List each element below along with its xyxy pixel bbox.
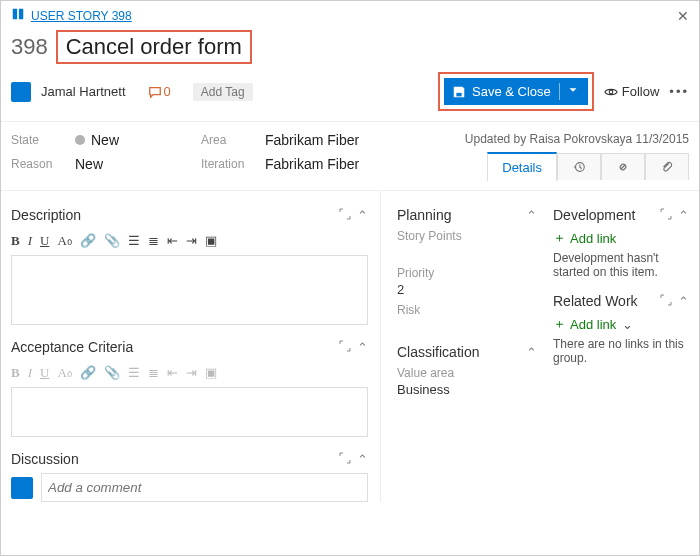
eye-icon (604, 85, 618, 99)
work-item-id: 398 (11, 34, 48, 60)
area-label: Area (201, 133, 253, 147)
link-icon[interactable]: 🔗 (80, 365, 96, 381)
breadcrumb[interactable]: USER STORY 398 (31, 9, 132, 23)
attach-icon (660, 160, 674, 174)
description-title: Description (11, 207, 81, 223)
story-points-field[interactable] (397, 245, 537, 260)
image-icon[interactable]: ▣ (205, 233, 217, 249)
description-editor[interactable] (11, 255, 368, 325)
number-list-icon[interactable]: ≣ (148, 233, 159, 249)
chevron-up-icon[interactable]: ⌃ (526, 345, 537, 360)
description-toolbar[interactable]: B I U A₀ 🔗 📎 ☰ ≣ ⇤ ⇥ ▣ (11, 229, 368, 253)
svg-rect-0 (13, 9, 17, 20)
bullet-list-icon[interactable]: ☰ (128, 365, 140, 381)
link-icon[interactable]: 🔗 (80, 233, 96, 249)
risk-field[interactable] (397, 319, 537, 334)
save-and-close-button[interactable]: Save & Close (444, 78, 588, 105)
history-icon (572, 160, 586, 174)
bold-icon[interactable]: B (11, 365, 20, 381)
assignee[interactable]: Jamal Hartnett (41, 84, 126, 99)
svg-rect-2 (456, 92, 461, 96)
outdent-icon[interactable]: ⇤ (167, 365, 178, 381)
chevron-up-icon[interactable]: ⌃ (526, 208, 537, 223)
avatar (11, 82, 31, 102)
state-label: State (11, 133, 63, 147)
add-related-link[interactable]: ＋Add link⌄ (553, 315, 689, 333)
tab-history[interactable] (557, 153, 601, 180)
chevron-down-icon: ⌄ (622, 317, 633, 332)
expand-icon[interactable] (339, 340, 351, 355)
chevron-up-icon[interactable]: ⌃ (357, 340, 368, 355)
chevron-up-icon[interactable]: ⌃ (357, 208, 368, 223)
title-input[interactable]: Cancel order form (56, 30, 252, 64)
discussion-input[interactable] (41, 473, 368, 502)
chevron-up-icon[interactable]: ⌃ (357, 452, 368, 467)
priority-label: Priority (397, 266, 537, 280)
planning-title: Planning (397, 207, 452, 223)
book-icon (11, 7, 31, 24)
attach-icon[interactable]: 📎 (104, 365, 120, 381)
value-area-field[interactable]: Business (397, 382, 537, 397)
expand-icon[interactable] (660, 208, 672, 223)
reason-field[interactable]: New (75, 156, 103, 172)
state-dot-icon (75, 135, 85, 145)
story-points-label: Story Points (397, 229, 537, 243)
svg-rect-1 (19, 9, 23, 20)
reason-label: Reason (11, 157, 63, 171)
underline-icon[interactable]: U (40, 365, 49, 381)
avatar (11, 477, 33, 499)
font-icon[interactable]: A₀ (57, 365, 71, 381)
italic-icon[interactable]: I (28, 233, 32, 249)
number-list-icon[interactable]: ≣ (148, 365, 159, 381)
related-hint: There are no links in this group. (553, 337, 689, 365)
tab-details[interactable]: Details (487, 152, 557, 181)
link-icon (616, 160, 630, 174)
value-area-label: Value area (397, 366, 537, 380)
save-icon (452, 85, 466, 99)
iteration-field[interactable]: Fabrikam Fiber (265, 156, 359, 172)
add-dev-link[interactable]: ＋Add link (553, 229, 689, 247)
state-field[interactable]: New (75, 132, 119, 148)
discussion-title: Discussion (11, 451, 79, 467)
add-tag-button[interactable]: Add Tag (193, 83, 253, 101)
iteration-label: Iteration (201, 157, 253, 171)
acceptance-toolbar[interactable]: B I U A₀ 🔗 📎 ☰ ≣ ⇤ ⇥ ▣ (11, 361, 368, 385)
expand-icon[interactable] (339, 452, 351, 467)
plus-icon: ＋ (553, 315, 566, 333)
acceptance-title: Acceptance Criteria (11, 339, 133, 355)
plus-icon: ＋ (553, 229, 566, 247)
related-title: Related Work (553, 293, 638, 309)
tab-attachments[interactable] (645, 153, 689, 180)
chevron-up-icon[interactable]: ⌃ (678, 208, 689, 223)
updated-text: Updated by Raisa Pokrovskaya 11/3/2015 (465, 132, 689, 146)
bold-icon[interactable]: B (11, 233, 20, 249)
font-icon[interactable]: A₀ (57, 233, 71, 249)
classification-title: Classification (397, 344, 479, 360)
italic-icon[interactable]: I (28, 365, 32, 381)
follow-button[interactable]: Follow (604, 84, 660, 99)
bullet-list-icon[interactable]: ☰ (128, 233, 140, 249)
image-icon[interactable]: ▣ (205, 365, 217, 381)
development-hint: Development hasn't started on this item. (553, 251, 689, 279)
indent-icon[interactable]: ⇥ (186, 233, 197, 249)
save-dropdown[interactable] (559, 83, 580, 100)
development-title: Development (553, 207, 636, 223)
chevron-down-icon (566, 83, 580, 97)
acceptance-editor[interactable] (11, 387, 368, 437)
underline-icon[interactable]: U (40, 233, 49, 249)
svg-point-3 (609, 90, 613, 94)
expand-icon[interactable] (660, 294, 672, 309)
attach-icon[interactable]: 📎 (104, 233, 120, 249)
more-actions-button[interactable]: ••• (669, 84, 689, 99)
risk-label: Risk (397, 303, 537, 317)
chevron-up-icon[interactable]: ⌃ (678, 294, 689, 309)
priority-field[interactable]: 2 (397, 282, 537, 297)
close-icon[interactable]: ✕ (677, 8, 689, 24)
expand-icon[interactable] (339, 208, 351, 223)
tab-links[interactable] (601, 153, 645, 180)
indent-icon[interactable]: ⇥ (186, 365, 197, 381)
comment-count[interactable]: 0 (148, 84, 171, 99)
outdent-icon[interactable]: ⇤ (167, 233, 178, 249)
area-field[interactable]: Fabrikam Fiber (265, 132, 359, 148)
